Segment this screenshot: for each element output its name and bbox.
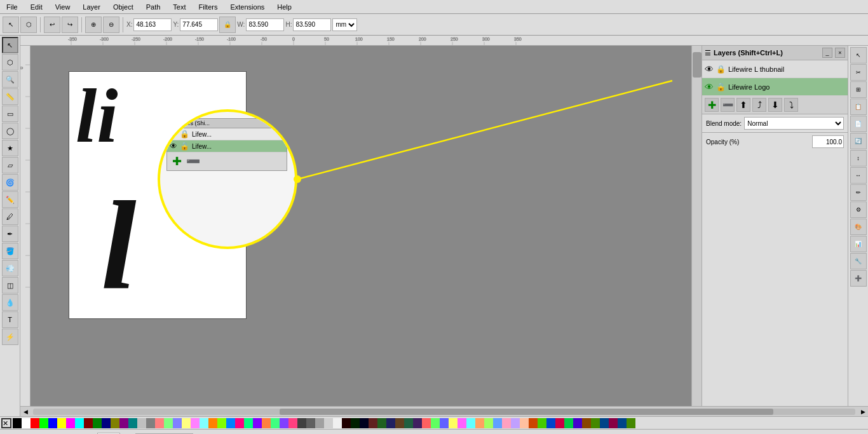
tool-star[interactable]: ★ <box>2 140 18 156</box>
color-swatch-46[interactable] <box>422 418 431 428</box>
mag-eye-icon-0[interactable]: 👁 <box>170 130 177 139</box>
color-swatch-8[interactable] <box>84 418 93 428</box>
mag-lock-icon-1[interactable]: 🔒 <box>180 142 189 151</box>
toolbar-zoom-in-btn[interactable]: ⊕ <box>85 17 102 33</box>
color-swatch-66[interactable] <box>600 418 609 428</box>
menu-edit[interactable]: Edit <box>27 2 46 12</box>
blend-mode-select[interactable]: Normal Multiply Screen Overlay <box>744 117 844 130</box>
color-swatch-47[interactable] <box>431 418 440 428</box>
color-swatch-69[interactable] <box>627 418 635 428</box>
color-swatch-26[interactable] <box>244 418 253 428</box>
color-swatch-22[interactable] <box>208 418 217 428</box>
menu-extensions[interactable]: Extensions <box>226 2 268 12</box>
right-btn-8[interactable]: ↔ <box>850 167 867 184</box>
color-swatch-30[interactable] <box>280 418 288 428</box>
color-swatch-11[interactable] <box>111 418 119 428</box>
color-swatch-55[interactable] <box>502 418 511 428</box>
layer-up-btn[interactable]: ⬆ <box>736 98 750 112</box>
toolbar-undo-btn[interactable]: ↩ <box>44 17 60 33</box>
eye-icon-1[interactable]: 👁 <box>705 82 714 92</box>
color-swatch-0[interactable] <box>13 418 22 428</box>
right-btn-3[interactable]: ⊞ <box>850 81 867 98</box>
right-btn-6[interactable]: 🔄 <box>850 133 867 149</box>
color-swatch-16[interactable] <box>155 418 164 428</box>
color-swatch-49[interactable] <box>449 418 458 428</box>
eye-icon-0[interactable]: 👁 <box>705 64 714 74</box>
color-swatch-29[interactable] <box>271 418 280 428</box>
color-swatch-67[interactable] <box>609 418 618 428</box>
tool-pen[interactable]: 🖊 <box>2 208 18 225</box>
color-swatch-45[interactable] <box>413 418 422 428</box>
color-swatch-61[interactable] <box>555 418 564 428</box>
color-swatch-39[interactable] <box>360 418 369 428</box>
scroll-right-btn[interactable]: ▶ <box>858 407 868 417</box>
layer-top-btn[interactable]: ⤴ <box>752 98 766 112</box>
tool-bucket[interactable]: 🪣 <box>2 243 18 259</box>
color-swatch-27[interactable] <box>253 418 262 428</box>
layer-row-1[interactable]: 👁 🔒 Lifewire Logo <box>702 78 848 96</box>
horizontal-scrollbar[interactable]: ◀ ▶ <box>20 406 868 416</box>
color-swatch-34[interactable] <box>315 418 324 428</box>
add-layer-btn[interactable]: ✚ <box>705 98 719 112</box>
remove-layer-btn[interactable]: ➖ <box>721 98 735 112</box>
tool-node[interactable]: ⬡ <box>2 54 18 71</box>
tool-circle[interactable]: ◯ <box>2 123 18 139</box>
right-btn-11[interactable]: 🎨 <box>850 219 867 235</box>
color-swatch-57[interactable] <box>520 418 529 428</box>
layer-row-0[interactable]: 👁 🔒 Lifewire L thubnail <box>702 60 848 78</box>
tool-3d[interactable]: ▱ <box>2 157 18 173</box>
layer-down-btn[interactable]: ⬇ <box>768 98 782 112</box>
layer-bottom-btn[interactable]: ⤵ <box>784 98 798 112</box>
color-swatch-51[interactable] <box>466 418 475 428</box>
color-swatch-4[interactable] <box>48 418 57 428</box>
mag-layer-row-1[interactable]: 👁 🔒 Lifew... <box>167 140 287 153</box>
color-swatch-23[interactable] <box>217 418 226 428</box>
color-swatch-56[interactable] <box>511 418 520 428</box>
menu-text[interactable]: Text <box>169 2 189 12</box>
color-swatch-50[interactable] <box>458 418 466 428</box>
color-swatch-7[interactable] <box>75 418 84 428</box>
tool-measure[interactable]: 📏 <box>2 88 18 105</box>
color-swatch-18[interactable] <box>173 418 182 428</box>
color-swatch-1[interactable] <box>22 418 31 428</box>
mag-remove-layer-btn[interactable]: ➖ <box>186 154 200 168</box>
color-swatch-68[interactable] <box>618 418 627 428</box>
color-swatch-41[interactable] <box>377 418 386 428</box>
menu-file[interactable]: File <box>3 2 22 12</box>
toolbar-redo-btn[interactable]: ↪ <box>62 17 78 33</box>
menu-view[interactable]: View <box>51 2 74 12</box>
canvas-scroll[interactable]: li l ☰ Layers (Shi... <box>31 46 691 406</box>
color-swatch-14[interactable] <box>137 418 146 428</box>
color-swatch-33[interactable] <box>306 418 315 428</box>
tool-zoom[interactable]: 🔍 <box>2 71 18 88</box>
tool-text[interactable]: T <box>2 311 18 328</box>
color-swatch-53[interactable] <box>484 418 493 428</box>
tool-selector[interactable]: ↖ <box>2 37 18 53</box>
tool-gradient[interactable]: ◫ <box>2 277 18 294</box>
color-swatch-44[interactable] <box>404 418 413 428</box>
color-swatch-12[interactable] <box>119 418 128 428</box>
tool-spray[interactable]: 💨 <box>2 260 18 276</box>
menu-path[interactable]: Path <box>142 2 165 12</box>
color-swatch-31[interactable] <box>288 418 297 428</box>
right-btn-2[interactable]: ✂ <box>850 64 867 81</box>
menu-help[interactable]: Help <box>273 2 295 12</box>
right-btn-12[interactable]: 📊 <box>850 236 867 252</box>
color-swatch-28[interactable] <box>262 418 271 428</box>
right-btn-1[interactable]: ↖ <box>850 47 867 64</box>
menu-filters[interactable]: Filters <box>195 2 222 12</box>
unit-select[interactable]: mmpxin <box>332 18 357 31</box>
color-swatch-20[interactable] <box>191 418 200 428</box>
color-swatch-15[interactable] <box>146 418 155 428</box>
layers-close-btn[interactable]: × <box>835 48 845 58</box>
toolbar-select-btn[interactable]: ↖ <box>3 17 19 33</box>
color-swatch-40[interactable] <box>369 418 377 428</box>
toolbar-zoom-out-btn[interactable]: ⊖ <box>103 17 119 33</box>
right-btn-13[interactable]: 🔧 <box>850 253 867 269</box>
tool-rect[interactable]: ▭ <box>2 105 18 122</box>
color-swatch-19[interactable] <box>182 418 191 428</box>
color-swatch-3[interactable] <box>39 418 48 428</box>
color-swatch-24[interactable] <box>226 418 235 428</box>
color-swatch-10[interactable] <box>102 418 111 428</box>
right-btn-7[interactable]: ↕ <box>850 150 867 166</box>
